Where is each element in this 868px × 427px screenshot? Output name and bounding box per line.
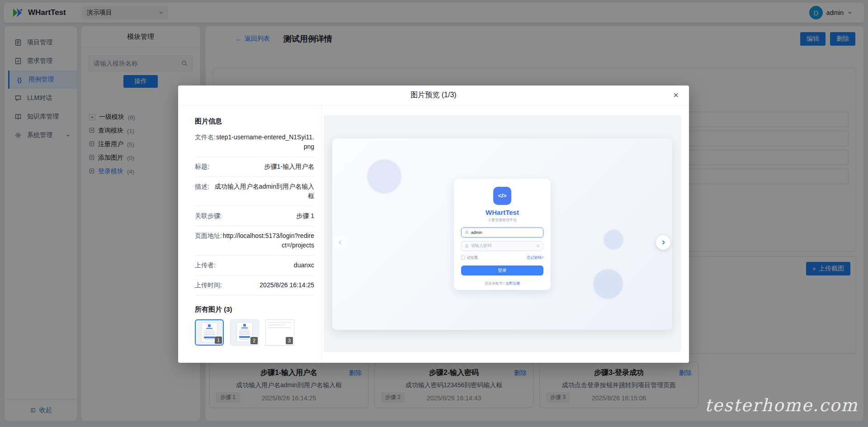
info-row-related-step: 关联步骤: 步骤 1	[195, 206, 314, 226]
previous-image-button[interactable]	[333, 235, 348, 250]
thumbnail-badge: 3	[286, 337, 293, 344]
login-logo-icon: </>	[493, 187, 511, 205]
image-preview-area: </> WHartTest 小麦智测管理平台 admin 请输入密码	[324, 115, 681, 352]
thumbnail-badge: 2	[250, 337, 258, 344]
login-username-field: admin	[461, 228, 543, 237]
register-text: 还没有账号?	[485, 281, 505, 285]
register-link: 立即注册	[505, 281, 520, 285]
login-submit-button: 登录	[461, 266, 543, 275]
thumbnail-image	[237, 323, 252, 342]
login-subtitle: 小麦智测管理平台	[461, 218, 543, 223]
info-row-filename: 文件名: step1-username-entered_N1Syi11.png	[195, 128, 314, 157]
thumbnail-3[interactable]: 3	[265, 319, 294, 346]
decorative-circle	[367, 159, 401, 194]
decorative-circle	[604, 230, 623, 250]
image-info-panel: 图片信息 文件名: step1-username-entered_N1Syi11…	[178, 105, 322, 363]
next-image-button[interactable]	[656, 235, 670, 250]
checkbox-icon	[461, 256, 465, 260]
info-row-title: 标题: 步骤1-输入用户名	[195, 157, 314, 177]
modal-title: 图片预览 (1/3)	[410, 90, 456, 100]
image-info-title: 图片信息	[195, 117, 314, 126]
thumbnail-2[interactable]: 2	[230, 319, 259, 346]
info-row-page-url: 页面地址: http://localhost:5173/login?redire…	[195, 226, 314, 256]
lock-icon	[465, 244, 469, 248]
chevron-right-icon	[660, 239, 666, 246]
chevron-left-icon	[337, 239, 344, 246]
watermark: testerhome.com	[705, 395, 858, 415]
forgot-password-link: 忘记密码?	[527, 255, 543, 260]
login-form-image: </> WHartTest 小麦智测管理平台 admin 请输入密码	[454, 179, 551, 290]
image-preview-modal: 图片预览 (1/3) × 图片信息 文件名: step1-username-en…	[178, 85, 689, 363]
login-brand: WHartTest	[461, 209, 543, 216]
eye-icon	[536, 244, 540, 248]
gallery-title: 所有图片 (3)	[195, 305, 314, 314]
person-icon	[465, 230, 469, 234]
decorative-circle	[593, 269, 623, 299]
remember-me-checkbox: 记住我	[461, 255, 478, 260]
modal-header: 图片预览 (1/3) ×	[178, 85, 689, 105]
thumbnail-list: 1 2 3	[195, 319, 314, 346]
close-icon[interactable]: ×	[670, 89, 682, 101]
info-row-uploader: 上传者: duanxc	[195, 256, 314, 275]
thumbnail-1[interactable]: 1	[195, 319, 224, 346]
info-row-description: 描述: 成功输入用户名admin到用户名输入框	[195, 177, 314, 206]
info-row-upload-time: 上传时间: 2025/8/26 16:14:25	[195, 275, 314, 295]
thumbnail-badge: 1	[215, 337, 222, 344]
previewed-screenshot: </> WHartTest 小麦智测管理平台 admin 请输入密码	[332, 138, 672, 330]
login-password-field: 请输入密码	[461, 241, 543, 251]
